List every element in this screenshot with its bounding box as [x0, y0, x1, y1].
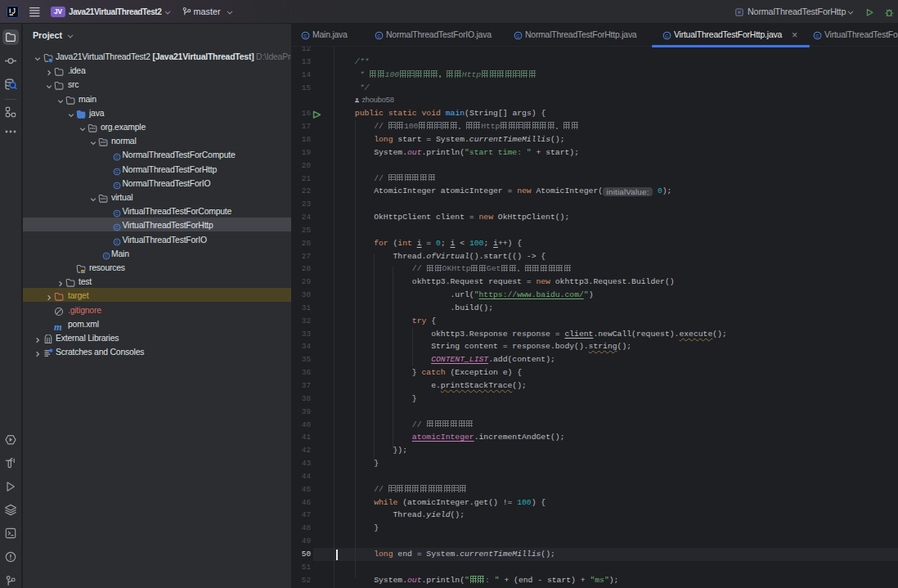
- svg-text:C: C: [115, 183, 119, 188]
- svg-text:C: C: [115, 226, 119, 231]
- svg-text:C: C: [115, 169, 119, 174]
- svg-text:C: C: [377, 33, 381, 38]
- svg-text:C: C: [115, 155, 119, 160]
- svg-text:C: C: [115, 240, 119, 245]
- svg-text:C: C: [105, 254, 108, 258]
- svg-text:C: C: [516, 33, 520, 38]
- svg-text:C: C: [303, 33, 308, 38]
- svg-text:C: C: [815, 33, 819, 38]
- svg-text:C: C: [665, 33, 669, 38]
- svg-text:C: C: [115, 211, 119, 216]
